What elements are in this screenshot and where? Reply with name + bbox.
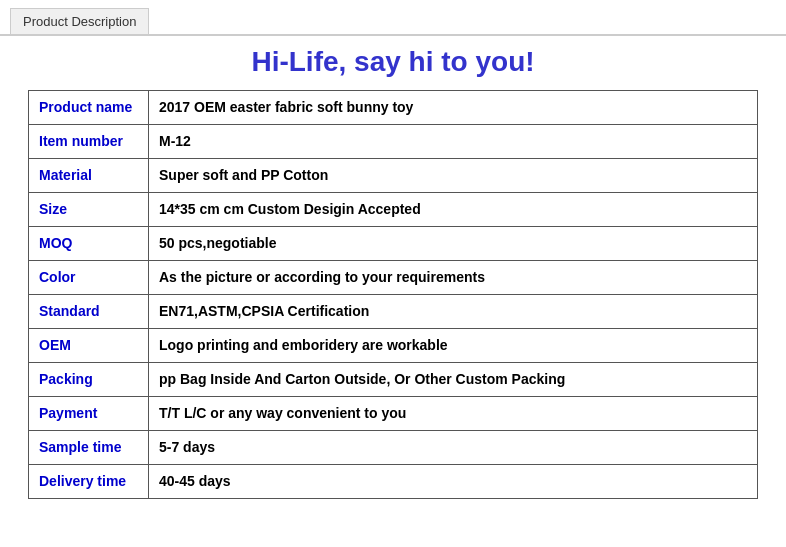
table-row: Delivery time40-45 days <box>29 465 758 499</box>
table-row: Packingpp Bag Inside And Carton Outside,… <box>29 363 758 397</box>
value-cell: Logo printing and emboridery are workabl… <box>149 329 758 363</box>
page-title: Hi-Life, say hi to you! <box>0 46 786 78</box>
value-cell: 2017 OEM easter fabric soft bunny toy <box>149 91 758 125</box>
table-row: PaymentT/T L/C or any way convenient to … <box>29 397 758 431</box>
label-cell: Size <box>29 193 149 227</box>
label-cell: Packing <box>29 363 149 397</box>
table-row: OEMLogo printing and emboridery are work… <box>29 329 758 363</box>
label-cell: Standard <box>29 295 149 329</box>
table-row: MOQ50 pcs,negotiable <box>29 227 758 261</box>
label-cell: MOQ <box>29 227 149 261</box>
tab-product-description[interactable]: Product Description <box>10 8 149 34</box>
label-cell: OEM <box>29 329 149 363</box>
table-row: ColorAs the picture or according to your… <box>29 261 758 295</box>
table-row: Sample time5-7 days <box>29 431 758 465</box>
table-row: Size14*35 cm cm Custom Desigin Accepted <box>29 193 758 227</box>
value-cell: 5-7 days <box>149 431 758 465</box>
product-table: Product name2017 OEM easter fabric soft … <box>28 90 758 499</box>
table-row: StandardEN71,ASTM,CPSIA Certification <box>29 295 758 329</box>
value-cell: pp Bag Inside And Carton Outside, Or Oth… <box>149 363 758 397</box>
value-cell: 40-45 days <box>149 465 758 499</box>
table-row: Item numberM-12 <box>29 125 758 159</box>
value-cell: Super soft and PP Cotton <box>149 159 758 193</box>
value-cell: M-12 <box>149 125 758 159</box>
value-cell: 50 pcs,negotiable <box>149 227 758 261</box>
table-row: MaterialSuper soft and PP Cotton <box>29 159 758 193</box>
value-cell: As the picture or according to your requ… <box>149 261 758 295</box>
value-cell: 14*35 cm cm Custom Desigin Accepted <box>149 193 758 227</box>
value-cell: EN71,ASTM,CPSIA Certification <box>149 295 758 329</box>
label-cell: Material <box>29 159 149 193</box>
label-cell: Product name <box>29 91 149 125</box>
value-cell: T/T L/C or any way convenient to you <box>149 397 758 431</box>
table-row: Product name2017 OEM easter fabric soft … <box>29 91 758 125</box>
label-cell: Color <box>29 261 149 295</box>
label-cell: Sample time <box>29 431 149 465</box>
label-cell: Item number <box>29 125 149 159</box>
label-cell: Payment <box>29 397 149 431</box>
tab-bar: Product Description <box>0 0 786 36</box>
label-cell: Delivery time <box>29 465 149 499</box>
